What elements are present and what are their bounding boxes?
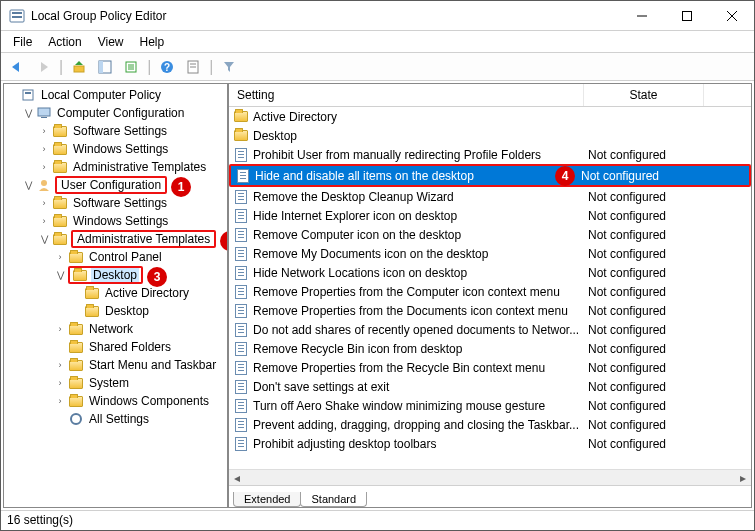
collapse-icon[interactable]: ⋁: [22, 179, 34, 191]
column-header-state[interactable]: State: [584, 84, 704, 106]
tree-label: Network: [87, 322, 135, 336]
tab-bar: Extended Standard: [229, 485, 751, 507]
policy-icon: [233, 189, 249, 205]
menu-view[interactable]: View: [90, 33, 132, 51]
list-policy-row[interactable]: Remove Properties from the Recycle Bin c…: [229, 358, 751, 377]
svg-point-20: [41, 180, 47, 186]
tree-network[interactable]: ›Network: [54, 320, 227, 338]
tree-computer-config[interactable]: ⋁ Computer Configuration: [22, 104, 227, 122]
expand-icon[interactable]: ›: [38, 143, 50, 155]
tab-extended[interactable]: Extended: [233, 492, 301, 507]
tree-cc-software[interactable]: ›Software Settings: [38, 122, 227, 140]
expand-icon[interactable]: ›: [54, 377, 66, 389]
policy-icon: [233, 436, 249, 452]
properties-button[interactable]: [181, 56, 205, 78]
list-policy-row[interactable]: Remove Properties from the Computer icon…: [229, 282, 751, 301]
close-button[interactable]: [709, 1, 754, 31]
collapse-icon[interactable]: ⋁: [22, 107, 34, 119]
setting-state: Not configured: [588, 399, 708, 413]
list-folder-row[interactable]: Desktop: [229, 126, 751, 145]
tree-start-menu[interactable]: ›Start Menu and Taskbar: [54, 356, 227, 374]
callout-desktop: Desktop 3: [68, 266, 143, 284]
setting-name: Hide and disable all items on the deskto…: [255, 169, 545, 183]
settings-list[interactable]: Active DirectoryDesktopProhibit User fro…: [229, 107, 751, 469]
help-button[interactable]: ?: [155, 56, 179, 78]
up-button[interactable]: [67, 56, 91, 78]
tree-shared-folders[interactable]: ›Shared Folders: [54, 338, 227, 356]
expand-icon[interactable]: ›: [38, 125, 50, 137]
expand-icon[interactable]: ›: [38, 197, 50, 209]
back-button[interactable]: [5, 56, 29, 78]
tree-root[interactable]: ▸ Local Computer Policy: [6, 86, 227, 104]
setting-name: Turn off Aero Shake window minimizing mo…: [253, 399, 588, 413]
expand-icon[interactable]: ›: [54, 251, 66, 263]
expand-icon[interactable]: ›: [54, 323, 66, 335]
tree-label: Windows Settings: [71, 214, 170, 228]
maximize-button[interactable]: [664, 1, 709, 31]
filter-button[interactable]: [217, 56, 241, 78]
tree-cc-admin[interactable]: ›Administrative Templates: [38, 158, 227, 176]
list-policy-row[interactable]: Prohibit User from manually redirecting …: [229, 145, 751, 164]
tree-system[interactable]: ›System: [54, 374, 227, 392]
tree-user-config[interactable]: ⋁ User Configuration 1: [22, 176, 227, 194]
setting-state: Not configured: [588, 304, 708, 318]
list-policy-row[interactable]: Remove Properties from the Documents ico…: [229, 301, 751, 320]
list-policy-row[interactable]: Hide Internet Explorer icon on desktopNo…: [229, 206, 751, 225]
list-policy-row[interactable]: Prevent adding, dragging, dropping and c…: [229, 415, 751, 434]
export-list-button[interactable]: [119, 56, 143, 78]
tree-all-settings[interactable]: ›All Settings: [54, 410, 227, 428]
folder-icon: [84, 304, 100, 318]
tree-label: Control Panel: [87, 250, 164, 264]
collapse-icon[interactable]: ⋁: [38, 233, 50, 245]
tree-control-panel[interactable]: ›Control Panel: [54, 248, 227, 266]
expand-icon[interactable]: ›: [54, 359, 66, 371]
setting-name: Remove the Desktop Cleanup Wizard: [253, 190, 588, 204]
folder-icon: [68, 394, 84, 408]
list-header: Setting State: [229, 84, 751, 107]
folder-icon: [68, 322, 84, 336]
menu-action[interactable]: Action: [40, 33, 89, 51]
show-hide-tree-button[interactable]: [93, 56, 117, 78]
window-title: Local Group Policy Editor: [31, 9, 619, 23]
list-policy-row[interactable]: Remove the Desktop Cleanup WizardNot con…: [229, 187, 751, 206]
list-folder-row[interactable]: Active Directory: [229, 107, 751, 126]
titlebar: Local Group Policy Editor: [1, 1, 754, 31]
list-policy-row[interactable]: Remove Computer icon on the desktopNot c…: [229, 225, 751, 244]
policy-icon: [233, 398, 249, 414]
column-header-setting[interactable]: Setting: [229, 84, 584, 106]
list-policy-row[interactable]: Remove Recycle Bin icon from desktopNot …: [229, 339, 751, 358]
list-policy-row[interactable]: Do not add shares of recently opened doc…: [229, 320, 751, 339]
tree-uc-software[interactable]: ›Software Settings: [38, 194, 227, 212]
tree-desktop-ad[interactable]: ›Active Directory: [70, 284, 227, 302]
list-policy-row[interactable]: Turn off Aero Shake window minimizing mo…: [229, 396, 751, 415]
tree-windows-components[interactable]: ›Windows Components: [54, 392, 227, 410]
list-policy-row[interactable]: Don't save settings at exitNot configure…: [229, 377, 751, 396]
expand-icon[interactable]: ›: [54, 395, 66, 407]
menu-file[interactable]: File: [5, 33, 40, 51]
list-policy-row[interactable]: Hide and disable all items on the deskto…: [231, 166, 749, 185]
tree-cc-windows[interactable]: ›Windows Settings: [38, 140, 227, 158]
minimize-button[interactable]: [619, 1, 664, 31]
tree-uc-windows[interactable]: ›Windows Settings: [38, 212, 227, 230]
expand-icon[interactable]: ›: [38, 215, 50, 227]
list-policy-row[interactable]: Prohibit adjusting desktop toolbarsNot c…: [229, 434, 751, 453]
list-policy-row[interactable]: Hide Network Locations icon on desktopNo…: [229, 263, 751, 282]
scroll-left-icon[interactable]: ◂: [229, 470, 245, 486]
scroll-right-icon[interactable]: ▸: [735, 470, 751, 486]
policy-icon: [233, 147, 249, 163]
tree-uc-admin[interactable]: ⋁ Administrative Templates 2: [38, 230, 227, 248]
setting-state: Not configured: [588, 437, 708, 451]
tree-pane[interactable]: ▸ Local Computer Policy ⋁ Computer Confi…: [3, 83, 228, 508]
folder-icon: [52, 232, 68, 246]
menu-help[interactable]: Help: [132, 33, 173, 51]
collapse-icon[interactable]: ⋁: [54, 269, 66, 281]
callout-badge-4: 4: [555, 166, 575, 186]
tab-standard[interactable]: Standard: [300, 492, 367, 507]
expand-icon[interactable]: ›: [38, 161, 50, 173]
horizontal-scrollbar[interactable]: ◂ ▸: [229, 469, 751, 485]
forward-button[interactable]: [31, 56, 55, 78]
tree-desktop[interactable]: ⋁ Desktop 3: [54, 266, 227, 284]
tree-desktop-desktop[interactable]: ›Desktop: [70, 302, 227, 320]
list-policy-row[interactable]: Remove My Documents icon on the desktopN…: [229, 244, 751, 263]
setting-state: Not configured: [588, 285, 708, 299]
